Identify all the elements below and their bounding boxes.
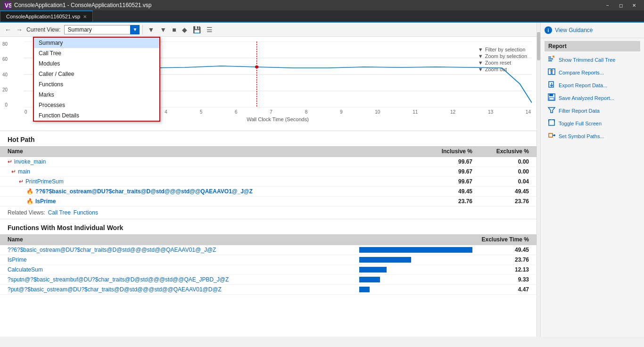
dropdown-item-summary[interactable]: Summary bbox=[34, 38, 159, 48]
flame-icon-0: 🔥 bbox=[26, 188, 33, 195]
exclusive-main: 0.00 bbox=[472, 168, 529, 175]
func-bar-3 bbox=[359, 277, 380, 282]
func-value-0: 49.45 bbox=[501, 247, 529, 253]
show-trimmed-call-tree-item[interactable]: Show Trimmed Call Tree bbox=[545, 53, 640, 66]
toolbar-btn-6[interactable]: ☰ bbox=[205, 25, 215, 34]
dropdown-item-marks[interactable]: Marks bbox=[34, 90, 159, 100]
filter-icon-btn[interactable]: ▼ bbox=[146, 25, 156, 34]
table-row[interactable]: 🔥 ??6?$basic_ostream@DU?$char_traits@D@s… bbox=[0, 187, 537, 197]
functions-title: Functions With Most Individual Work bbox=[0, 219, 537, 234]
table-row[interactable]: ↵ PrintPrimeSum 99.67 0.04 bbox=[0, 177, 537, 187]
link-ostream[interactable]: ??6?$basic_ostream@DU?$char_traits@D@std… bbox=[35, 188, 253, 195]
save-report-item[interactable]: Save Analyzed Report... bbox=[545, 91, 640, 104]
func-bar-0 bbox=[359, 247, 472, 253]
col-name-header: Name bbox=[8, 148, 416, 155]
row-name-printprimesum: ↵ PrintPrimeSum bbox=[19, 178, 416, 185]
func-bar-cell-3 bbox=[359, 277, 501, 282]
export-report-label: Export Report Data... bbox=[559, 83, 607, 88]
x-14: 14 bbox=[526, 109, 531, 115]
guidance-label: View Guidance bbox=[555, 27, 593, 33]
window-controls: − ◻ ✕ bbox=[602, 1, 640, 9]
export-icon bbox=[547, 81, 556, 90]
func-bar-1 bbox=[359, 257, 411, 263]
chart-context-menu: ▼ Filter by selection ▼ Zoom by selectio… bbox=[478, 46, 527, 73]
func-row[interactable]: ?sputn@?$basic_streambuf@DU?$char_traits… bbox=[0, 275, 537, 285]
func-row[interactable]: IsPrime 23.76 bbox=[0, 255, 537, 265]
func-bar-cell-0 bbox=[359, 247, 501, 253]
func-name-1[interactable]: IsPrime bbox=[8, 256, 359, 263]
col-exclusive-header: Exclusive % bbox=[472, 148, 529, 155]
svg-rect-20 bbox=[549, 98, 554, 100]
current-view-select[interactable]: Summary Call Tree Modules Caller / Calle… bbox=[64, 25, 140, 34]
link-invoke-main[interactable]: invoke_main bbox=[14, 158, 46, 165]
link-printprimesum[interactable]: PrintPrimeSum bbox=[25, 178, 64, 185]
back-button[interactable]: ← bbox=[3, 25, 13, 34]
compare-icon bbox=[547, 68, 556, 77]
exclusive-printprimesum: 0.04 bbox=[472, 178, 529, 185]
tab-label: ConsoleApplication1160521.vsp bbox=[6, 14, 80, 19]
flame-icon-1: 🔥 bbox=[26, 198, 33, 205]
func-col-exclusive: Exclusive Time % bbox=[350, 236, 529, 243]
svg-rect-12 bbox=[553, 56, 554, 58]
func-name-0[interactable]: ??6?$basic_ostream@DU?$char_traits@D@std… bbox=[8, 247, 359, 253]
dropdown-item-processes[interactable]: Processes bbox=[34, 100, 159, 110]
svg-rect-23 bbox=[549, 133, 553, 137]
restore-button[interactable]: ◻ bbox=[615, 1, 627, 9]
func-value-4: 4.47 bbox=[501, 286, 529, 293]
x-7: 7 bbox=[270, 109, 272, 115]
toolbar-btn-4[interactable]: ◆ bbox=[180, 25, 189, 34]
compare-reports-item[interactable]: Compare Reports... bbox=[545, 66, 640, 79]
zoom-reset[interactable]: ▼ Zoom reset bbox=[478, 59, 527, 66]
func-row[interactable]: ??6?$basic_ostream@DU?$char_traits@D@std… bbox=[0, 245, 537, 255]
dropdown-item-modules[interactable]: Modules bbox=[34, 58, 159, 69]
filter-by-selection[interactable]: ▼ Filter by selection bbox=[478, 46, 527, 53]
compare-reports-label: Compare Reports... bbox=[559, 70, 604, 75]
zoom-out[interactable]: ▼ Zoom out bbox=[478, 66, 527, 73]
forward-button[interactable]: → bbox=[14, 25, 25, 34]
toolbar: ← → Current View: Summary Call Tree Modu… bbox=[0, 23, 537, 37]
table-row[interactable]: ↵ invoke_main 99.67 0.00 bbox=[0, 157, 537, 167]
filter2-icon-btn[interactable]: ▼ bbox=[158, 25, 168, 34]
app-icon: VS bbox=[4, 1, 11, 9]
tab-close-icon[interactable]: ✕ bbox=[83, 14, 87, 19]
scrollbar-thumb[interactable] bbox=[537, 32, 540, 60]
func-name-4[interactable]: ?put@?$basic_ostream@DU?$char_traits@D@s… bbox=[8, 286, 359, 293]
fullscreen-icon bbox=[547, 119, 556, 128]
save-report-label: Save Analyzed Report... bbox=[559, 95, 614, 101]
arrow-icon-0: ↵ bbox=[8, 158, 12, 165]
view-guidance-link[interactable]: i View Guidance bbox=[545, 26, 640, 34]
link-main[interactable]: main bbox=[18, 168, 30, 175]
link-isprime[interactable]: IsPrime bbox=[35, 198, 56, 205]
inclusive-invoke-main: 99.67 bbox=[416, 158, 472, 165]
toggle-fullscreen-item[interactable]: Toggle Full Screen bbox=[545, 117, 640, 130]
zoom-by-selection[interactable]: ▼ Zoom by selection bbox=[478, 53, 527, 59]
dropdown-item-callercallee[interactable]: Caller / Callee bbox=[34, 69, 159, 79]
table-row[interactable]: 🔥 IsPrime 23.76 23.76 bbox=[0, 197, 537, 207]
related-call-tree[interactable]: Call Tree bbox=[48, 209, 71, 216]
toolbar-btn-3[interactable]: ■ bbox=[170, 25, 178, 34]
func-row[interactable]: CalculateSum 12.13 bbox=[0, 265, 537, 275]
svg-rect-19 bbox=[549, 94, 553, 96]
set-symbol-paths-item[interactable]: Set Symbol Paths... bbox=[545, 130, 640, 142]
tab-vsp[interactable]: ConsoleApplication1160521.vsp ✕ bbox=[0, 10, 93, 22]
right-panel: i View Guidance Report Show Trimmed Call… bbox=[540, 23, 644, 337]
zoom-out-icon: ▼ bbox=[478, 66, 483, 72]
related-functions[interactable]: Functions bbox=[74, 209, 98, 216]
exclusive-isprime: 23.76 bbox=[472, 198, 529, 205]
table-row[interactable]: ↵ main 99.67 0.00 bbox=[0, 167, 537, 177]
toolbar-btn-5[interactable]: 💾 bbox=[191, 25, 203, 34]
minimize-button[interactable]: − bbox=[602, 1, 614, 9]
view-dropdown: Summary Call Tree Modules Caller / Calle… bbox=[33, 37, 160, 122]
functions-section: Functions With Most Individual Work Name… bbox=[0, 219, 537, 295]
export-report-item[interactable]: Export Report Data... bbox=[545, 79, 640, 91]
func-name-2[interactable]: CalculateSum bbox=[8, 266, 359, 273]
x-13: 13 bbox=[488, 109, 493, 115]
dropdown-item-calltree[interactable]: Call Tree bbox=[34, 48, 159, 58]
main-scrollbar[interactable] bbox=[537, 23, 540, 337]
func-row[interactable]: ?put@?$basic_ostream@DU?$char_traits@D@s… bbox=[0, 285, 537, 295]
filter-report-item[interactable]: Filter Report Data bbox=[545, 104, 640, 117]
func-name-3[interactable]: ?sputn@?$basic_streambuf@DU?$char_traits… bbox=[8, 276, 359, 283]
dropdown-item-funcdetails[interactable]: Function Details bbox=[34, 110, 159, 121]
close-button[interactable]: ✕ bbox=[628, 1, 640, 9]
dropdown-item-functions[interactable]: Functions bbox=[34, 79, 159, 90]
